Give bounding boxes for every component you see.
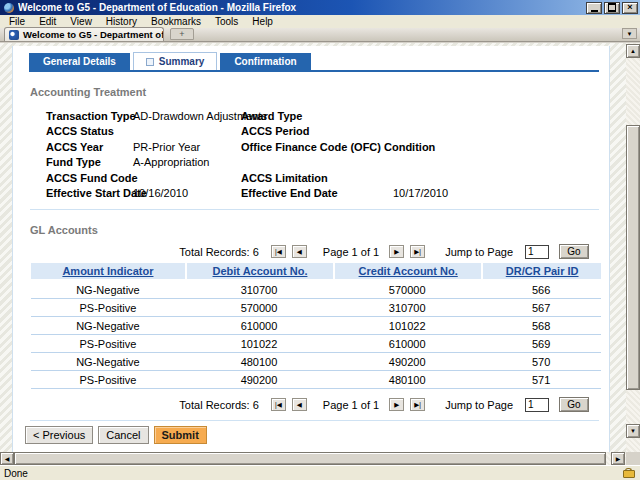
scroll-down-button[interactable]: ▼ xyxy=(626,424,640,438)
jump-to-page-label: Jump to Page xyxy=(445,399,513,411)
g5-favicon-icon xyxy=(9,30,19,40)
horizontal-scrollbar[interactable]: ◀ ▶ xyxy=(0,452,626,465)
field-row: Transaction Type AD-Drawdown Adjustments… xyxy=(46,108,609,124)
cell-amount-indicator: PS-Positive xyxy=(31,335,185,353)
minimize-icon xyxy=(591,10,598,12)
title-bar: Welcome to G5 - Department of Education … xyxy=(0,0,640,15)
scroll-up-button[interactable]: ▲ xyxy=(626,44,640,58)
first-page-icon: |◀ xyxy=(275,401,282,408)
gl-accounts-table: Amount Indicator Debit Account No. Credi… xyxy=(31,263,601,389)
section-divider xyxy=(30,420,599,421)
first-page-button[interactable]: |◀ xyxy=(271,245,286,258)
restore-icon xyxy=(608,4,616,11)
cell-amount-indicator: NG-Negative xyxy=(31,281,185,299)
field-value: AD-Drawdown Adjustments xyxy=(133,110,241,122)
previous-page-icon: ◀ xyxy=(297,401,302,408)
jump-to-page-label: Jump to Page xyxy=(445,246,513,258)
cell-drcr-pair: 567 xyxy=(481,299,601,317)
cell-debit-account: 490200 xyxy=(185,371,333,389)
total-records-label: Total Records: 6 xyxy=(179,399,258,411)
column-header-credit-account[interactable]: Credit Account No. xyxy=(333,263,481,281)
next-page-button[interactable]: ▶ xyxy=(389,245,404,258)
menu-tools[interactable]: Tools xyxy=(208,16,245,27)
cell-credit-account: 310700 xyxy=(333,299,481,317)
field-label: Fund Type xyxy=(46,156,133,168)
tab-general-details[interactable]: General Details xyxy=(29,53,130,70)
cell-drcr-pair: 568 xyxy=(481,317,601,335)
previous-button[interactable]: < Previous xyxy=(25,426,93,444)
close-icon: × xyxy=(627,3,632,12)
column-header-drcr-pair[interactable]: DR/CR Pair ID xyxy=(481,263,601,281)
column-header-amount-indicator[interactable]: Amount Indicator xyxy=(31,263,185,281)
scroll-left-button[interactable]: ◀ xyxy=(0,452,14,465)
field-value: A-Appropriation xyxy=(133,156,241,168)
total-records-label: Total Records: 6 xyxy=(179,246,258,258)
cell-amount-indicator: NG-Negative xyxy=(31,317,185,335)
field-row: ACCS Year PR-Prior Year Office Finance C… xyxy=(46,139,609,155)
last-page-button[interactable]: ▶| xyxy=(410,245,425,258)
field-row: Effective Start Date 10/16/2010 Effectiv… xyxy=(46,186,609,202)
jump-to-page-input[interactable] xyxy=(525,245,549,259)
next-page-icon: ▶ xyxy=(394,401,399,408)
close-button[interactable]: × xyxy=(622,2,638,14)
last-page-button[interactable]: ▶| xyxy=(410,398,425,411)
cell-drcr-pair: 570 xyxy=(481,353,601,371)
field-value: PR-Prior Year xyxy=(133,141,241,153)
page-viewport: General Details Summary Confirmation Acc… xyxy=(0,43,626,452)
restore-button[interactable] xyxy=(604,2,620,14)
accounting-fields: Transaction Type AD-Drawdown Adjustments… xyxy=(46,108,609,201)
page-indicator: Page 1 of 1 xyxy=(323,399,379,411)
new-tab-button[interactable]: + xyxy=(170,28,194,40)
table-row: NG-Negative 310700 570000 566 xyxy=(31,281,601,299)
menu-history[interactable]: History xyxy=(99,16,144,27)
next-page-button[interactable]: ▶ xyxy=(389,398,404,411)
tab-summary[interactable]: Summary xyxy=(133,52,218,70)
menu-edit[interactable]: Edit xyxy=(32,16,63,27)
list-all-tabs-button[interactable]: ▼ xyxy=(622,28,637,39)
browser-tab-title: Welcome to G5 - Department of Edu... xyxy=(23,29,164,40)
window-title: Welcome to G5 - Department of Education … xyxy=(18,2,584,13)
go-button[interactable]: Go xyxy=(559,397,589,412)
arrow-up-icon: ▲ xyxy=(630,48,636,54)
previous-page-button[interactable]: ◀ xyxy=(292,398,307,411)
pagination-bottom: Total Records: 6 |◀ ◀ Page 1 of 1 ▶ ▶| J… xyxy=(13,397,589,412)
table-row: NG-Negative 610000 101022 568 xyxy=(31,317,601,335)
tab-confirmation[interactable]: Confirmation xyxy=(220,53,310,70)
menu-view[interactable]: View xyxy=(63,16,99,27)
field-row: ACCS Fund Code ACCS Limitation xyxy=(46,170,609,186)
menu-file[interactable]: File xyxy=(2,16,32,27)
jump-to-page-input[interactable] xyxy=(525,398,549,412)
horizontal-scrollbar-thumb[interactable] xyxy=(14,452,606,465)
arrow-left-icon: ◀ xyxy=(5,456,10,462)
field-label: ACCS Limitation xyxy=(241,172,393,184)
browser-tab[interactable]: Welcome to G5 - Department of Edu... xyxy=(4,27,164,41)
first-page-button[interactable]: |◀ xyxy=(271,398,286,411)
cell-drcr-pair: 571 xyxy=(481,371,601,389)
scrollbar-corner xyxy=(626,452,640,465)
cancel-button[interactable]: Cancel xyxy=(98,426,148,444)
menu-help[interactable]: Help xyxy=(245,16,280,27)
field-label: Transaction Type xyxy=(46,110,133,122)
cell-amount-indicator: PS-Positive xyxy=(31,371,185,389)
vertical-scrollbar[interactable]: ▲ ▼ xyxy=(626,43,640,452)
plus-icon: + xyxy=(179,29,184,39)
table-row: PS-Positive 490200 480100 571 xyxy=(31,371,601,389)
field-value: 10/17/2010 xyxy=(393,187,448,199)
column-header-debit-account[interactable]: Debit Account No. xyxy=(185,263,333,281)
previous-page-button[interactable]: ◀ xyxy=(292,245,307,258)
field-row: ACCS Status ACCS Period xyxy=(46,124,609,140)
arrow-right-icon: ▶ xyxy=(616,456,621,462)
section-divider xyxy=(30,209,599,210)
submit-button[interactable]: Submit xyxy=(154,426,207,444)
go-button[interactable]: Go xyxy=(559,244,589,259)
menu-bookmarks[interactable]: Bookmarks xyxy=(144,16,208,27)
cell-credit-account: 490200 xyxy=(333,353,481,371)
field-label: Effective End Date xyxy=(241,187,393,199)
table-row: PS-Positive 570000 310700 567 xyxy=(31,299,601,317)
cell-credit-account: 480100 xyxy=(333,371,481,389)
scroll-right-button[interactable]: ▶ xyxy=(611,452,625,465)
vertical-scrollbar-thumb[interactable] xyxy=(626,125,640,390)
next-page-icon: ▶ xyxy=(394,248,399,255)
minimize-button[interactable] xyxy=(586,2,602,14)
wizard-tabs: General Details Summary Confirmation xyxy=(29,52,599,72)
